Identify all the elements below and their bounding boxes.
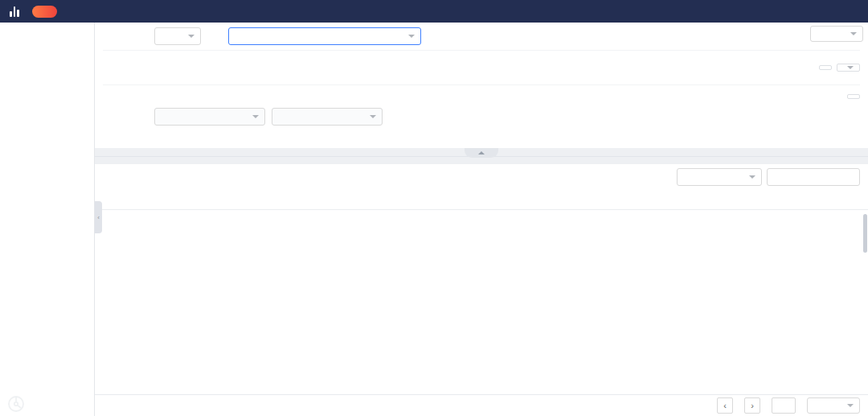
chevron-up-icon — [478, 151, 485, 154]
collapse-panel-tab[interactable] — [465, 148, 498, 158]
table-header — [95, 190, 868, 210]
toolbar — [95, 164, 868, 190]
chevron-down-icon — [252, 115, 259, 118]
chevron-down-icon — [847, 404, 854, 407]
data-section — [95, 164, 868, 394]
major-list — [154, 53, 811, 82]
next-page-button[interactable]: › — [744, 397, 760, 414]
search-icon — [772, 172, 781, 182]
jump-page-input[interactable] — [772, 397, 796, 414]
region-select[interactable] — [154, 27, 201, 45]
main-content: ‹ › — [95, 23, 868, 416]
panel-divider — [95, 148, 868, 164]
page-size-select[interactable] — [807, 397, 860, 414]
pagination-bar: ‹ › — [95, 394, 868, 416]
prev-page-button[interactable]: ‹ — [717, 397, 733, 414]
top-navbar — [0, 0, 868, 23]
chevron-down-icon — [850, 32, 857, 35]
sidebar — [0, 23, 95, 416]
chevron-down-icon — [370, 115, 376, 118]
filter-panel — [95, 23, 868, 148]
more-majors-button[interactable] — [837, 64, 860, 72]
add-major-button[interactable] — [819, 65, 832, 70]
list-lib-select[interactable] — [228, 27, 421, 45]
logo-bars-icon — [10, 6, 19, 17]
search-field-select[interactable] — [677, 168, 762, 186]
cloud-pricing-select[interactable] — [810, 26, 863, 42]
app-logo[interactable] — [10, 6, 24, 17]
business-type-select-1[interactable] — [154, 108, 265, 126]
business-type-select-2[interactable] — [272, 108, 383, 126]
sidebar-collapse-handle[interactable]: ‹ — [95, 201, 102, 233]
add-quota-button[interactable] — [847, 94, 860, 99]
data-table — [95, 190, 868, 394]
megaphone-icon — [39, 7, 47, 16]
search-box — [767, 168, 860, 186]
chevron-down-icon — [847, 66, 854, 69]
chevron-down-icon — [408, 35, 415, 38]
chevron-down-icon — [188, 35, 194, 38]
scrollbar-thumb[interactable] — [863, 214, 867, 253]
new-version-badge[interactable] — [32, 6, 57, 18]
chevron-down-icon — [749, 175, 755, 179]
